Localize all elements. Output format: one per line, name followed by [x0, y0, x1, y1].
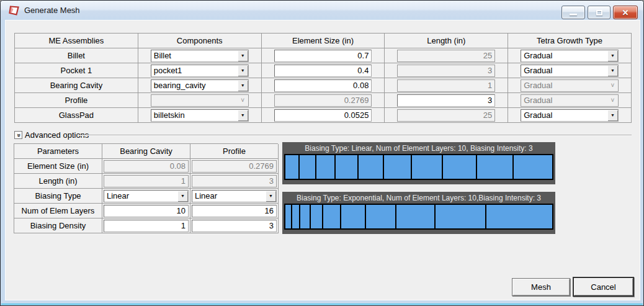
chevron-down-icon: ▼: [607, 65, 618, 76]
mesh-element-cell: [443, 155, 477, 179]
element-size-input-bearing-cavity[interactable]: [274, 79, 372, 92]
param-element-size-bearing-cavity: [104, 160, 189, 173]
chevron-down-icon: ▼: [266, 191, 276, 202]
element-size-input-pocket1[interactable]: [274, 65, 372, 77]
length-input-profile[interactable]: [397, 94, 495, 107]
growth-select-bearing-cavity: Gradual˅: [521, 79, 619, 92]
expander-chevrons-icon[interactable]: »: [14, 131, 22, 139]
advanced-options-divider: [79, 135, 632, 136]
title-bar[interactable]: Generate Mesh ✕: [1, 1, 643, 20]
chevron-down-icon: ˅: [607, 80, 618, 91]
biasing-type-select-profile[interactable]: Linear▼: [192, 190, 277, 202]
chevron-down-icon: ▼: [238, 50, 248, 61]
mesh-element-cell: [311, 205, 324, 228]
mesh-button[interactable]: Mesh: [512, 278, 570, 296]
component-select-pocket1[interactable]: pocket1▼: [151, 65, 249, 77]
length-input-glasspad: [397, 109, 495, 122]
length-input-billet: [397, 50, 495, 62]
mesh-element-cell: [359, 155, 384, 179]
param-length-profile: [192, 175, 277, 187]
mesh-element-cell: [396, 205, 436, 228]
biasing-diagram-linear-title: Biasing Type: Linear, Num of Element Lay…: [282, 142, 555, 154]
maximize-icon: [596, 10, 602, 16]
biasing-diagram-linear: Biasing Type: Linear, Num of Element Lay…: [282, 142, 555, 184]
column-header-me-assemblies: ME Assemblies: [15, 34, 138, 48]
length-input-bearing-cavity: [397, 79, 495, 92]
component-select-bearing-cavity[interactable]: bearing_cavity▼: [151, 79, 249, 92]
param-label-biasing-type: Biasing Type: [14, 189, 102, 204]
minimize-button[interactable]: [561, 6, 585, 19]
mesh-element-cell: [300, 155, 316, 179]
dialog-client-area: ME Assemblies Components Element Size (i…: [5, 20, 640, 300]
minimize-icon: [570, 14, 577, 16]
assembly-label-billet: Billet: [15, 48, 138, 63]
mesh-element-cell: [285, 205, 292, 228]
param-label-num-elem-layers: Num of Elem Layers: [14, 204, 102, 218]
param-header-profile: Profile: [190, 144, 279, 159]
biasing-density-input-profile[interactable]: [192, 220, 277, 232]
mesh-element-cell: [336, 155, 358, 179]
num-elem-layers-input-profile[interactable]: [192, 205, 277, 217]
mesh-element-cell: [316, 155, 336, 179]
biasing-diagram-exponential-title: Biasing Type: Exponential, Num of Elemen…: [282, 192, 555, 204]
param-label-biasing-density: Biasing Density: [14, 218, 102, 233]
biasing-diagram-linear-cells: [284, 154, 553, 180]
mesh-element-cell: [285, 155, 300, 179]
cancel-button[interactable]: Cancel: [573, 277, 634, 297]
mesh-element-cell: [366, 205, 396, 228]
growth-select-pocket1[interactable]: Gradual▼: [521, 65, 619, 77]
length-input-pocket1: [397, 65, 495, 77]
param-header-bearing-cavity: Bearing Cavity: [102, 144, 190, 159]
mesh-element-cell: [292, 205, 300, 228]
mesh-element-cell: [477, 155, 514, 179]
component-select-profile: ˅: [151, 94, 249, 107]
mesh-element-cell: [486, 205, 552, 228]
param-label-element-size: Element Size (in): [14, 159, 102, 174]
mesh-element-cell: [436, 205, 486, 228]
chevron-down-icon: ˅: [238, 95, 248, 106]
mesh-element-cell: [514, 155, 552, 179]
element-size-input-profile: [274, 94, 372, 107]
num-elem-layers-input-bearing-cavity[interactable]: [104, 205, 189, 217]
mesh-element-cell: [341, 205, 366, 228]
maximize-button[interactable]: [588, 6, 610, 19]
close-icon: ✕: [622, 9, 629, 17]
close-button[interactable]: ✕: [613, 6, 638, 19]
assembly-label-bearing-cavity: Bearing Cavity: [15, 78, 138, 93]
column-header-element-size: Element Size (in): [262, 34, 385, 48]
assembly-label-pocket1: Pocket 1: [15, 63, 138, 78]
mesh-element-cell: [323, 205, 341, 228]
param-label-length: Length (in): [14, 174, 102, 189]
assembly-label-profile: Profile: [15, 93, 138, 108]
column-header-length: Length (in): [385, 34, 508, 48]
chevron-down-icon: ▼: [238, 80, 248, 91]
chevron-down-icon: ▼: [238, 110, 248, 121]
advanced-options-toggle[interactable]: » Advanced options: [14, 130, 89, 140]
mesh-table: ME Assemblies Components Element Size (i…: [14, 33, 632, 123]
growth-select-billet[interactable]: Gradual▼: [521, 50, 619, 62]
component-select-billet[interactable]: Billet▼: [151, 50, 249, 62]
biasing-density-input-bearing-cavity[interactable]: [104, 220, 189, 232]
param-length-bearing-cavity: [104, 175, 189, 187]
chevron-down-icon: ▼: [177, 191, 188, 202]
mesh-element-cell: [384, 155, 412, 179]
chevron-down-icon: ▼: [607, 110, 618, 121]
column-header-components: Components: [138, 34, 262, 48]
chevron-down-icon: ▼: [238, 65, 248, 76]
biasing-type-select-bearing-cavity[interactable]: Linear▼: [104, 190, 189, 202]
column-header-tetra-growth-type: Tetra Growth Type: [508, 34, 632, 48]
generate-mesh-dialog: Generate Mesh ✕ ME Assemblies Components…: [0, 0, 644, 306]
assembly-label-glasspad: GlassPad: [15, 108, 138, 123]
mesh-element-cell: [300, 205, 310, 228]
growth-select-glasspad[interactable]: Gradual▼: [521, 109, 619, 122]
chevron-down-icon: ˅: [607, 95, 618, 106]
component-select-glasspad[interactable]: billetskin▼: [151, 109, 249, 122]
chevron-down-icon: ▼: [607, 50, 618, 61]
param-header-parameters: Parameters: [14, 144, 102, 159]
element-size-input-billet[interactable]: [274, 50, 372, 62]
element-size-input-glasspad[interactable]: [274, 109, 372, 122]
parameters-table: Parameters Bearing Cavity Profile Elemen…: [14, 143, 278, 233]
mesh-element-cell: [412, 155, 443, 179]
growth-select-profile: Gradual˅: [521, 94, 619, 107]
biasing-diagram-exponential: Biasing Type: Exponential, Num of Elemen…: [282, 192, 555, 234]
